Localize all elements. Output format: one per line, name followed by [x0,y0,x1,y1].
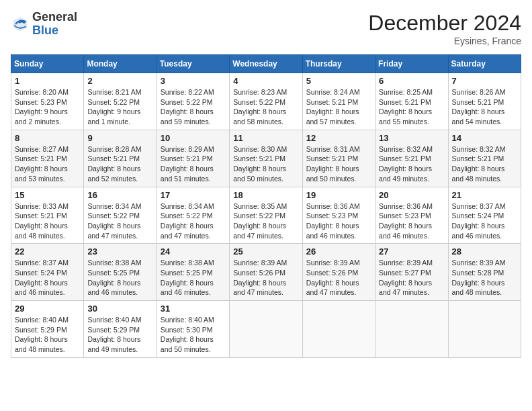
day-detail: Sunrise: 8:38 AMSunset: 5:25 PMDaylight:… [87,258,152,298]
day-detail: Sunrise: 8:30 AMSunset: 5:21 PMDaylight:… [233,144,298,184]
calendar-cell [375,301,448,358]
calendar-cell: 2Sunrise: 8:21 AMSunset: 5:22 PMDaylight… [84,73,157,130]
day-number: 26 [306,246,371,257]
day-detail: Sunrise: 8:22 AMSunset: 5:22 PMDaylight:… [161,87,226,127]
day-number: 20 [379,190,444,200]
day-number: 9 [87,133,152,143]
day-detail: Sunrise: 8:36 AMSunset: 5:23 PMDaylight:… [379,201,444,241]
calendar-cell: 4Sunrise: 8:23 AMSunset: 5:22 PMDaylight… [230,73,302,130]
day-detail: Sunrise: 8:24 AMSunset: 5:21 PMDaylight:… [306,87,371,127]
calendar-header-tuesday: Tuesday [157,55,229,73]
calendar-cell: 28Sunrise: 8:39 AMSunset: 5:28 PMDayligh… [448,244,521,301]
day-detail: Sunrise: 8:37 AMSunset: 5:24 PMDaylight:… [15,258,80,298]
day-detail: Sunrise: 8:21 AMSunset: 5:22 PMDaylight:… [87,87,152,127]
day-detail: Sunrise: 8:31 AMSunset: 5:21 PMDaylight:… [306,144,371,184]
day-detail: Sunrise: 8:40 AMSunset: 5:29 PMDaylight:… [15,315,80,355]
day-number: 10 [161,133,226,143]
calendar-cell: 18Sunrise: 8:35 AMSunset: 5:22 PMDayligh… [230,187,302,244]
day-detail: Sunrise: 8:34 AMSunset: 5:22 PMDaylight:… [161,201,226,241]
day-number: 11 [233,133,298,143]
calendar-cell: 31Sunrise: 8:40 AMSunset: 5:30 PMDayligh… [157,301,229,358]
calendar-cell: 8Sunrise: 8:27 AMSunset: 5:21 PMDaylight… [11,130,84,187]
day-number: 1 [15,76,80,86]
calendar-cell: 14Sunrise: 8:32 AMSunset: 5:21 PMDayligh… [448,130,521,187]
svg-marker-0 [13,17,28,31]
day-detail: Sunrise: 8:38 AMSunset: 5:25 PMDaylight:… [161,258,226,298]
calendar-cell: 12Sunrise: 8:31 AMSunset: 5:21 PMDayligh… [302,130,375,187]
day-number: 15 [15,190,80,200]
calendar-week-row: 15Sunrise: 8:33 AMSunset: 5:21 PMDayligh… [11,187,521,244]
calendar-table: SundayMondayTuesdayWednesdayThursdayFrid… [11,54,521,358]
day-detail: Sunrise: 8:32 AMSunset: 5:21 PMDaylight:… [452,144,517,184]
day-detail: Sunrise: 8:28 AMSunset: 5:21 PMDaylight:… [87,144,152,184]
day-number: 28 [452,246,517,257]
calendar-cell: 3Sunrise: 8:22 AMSunset: 5:22 PMDaylight… [157,73,229,130]
calendar-cell: 1Sunrise: 8:20 AMSunset: 5:23 PMDaylight… [11,73,84,130]
calendar-cell: 11Sunrise: 8:30 AMSunset: 5:21 PMDayligh… [230,130,302,187]
calendar-cell: 10Sunrise: 8:29 AMSunset: 5:21 PMDayligh… [157,130,229,187]
calendar-cell: 5Sunrise: 8:24 AMSunset: 5:21 PMDaylight… [302,73,375,130]
day-detail: Sunrise: 8:39 AMSunset: 5:26 PMDaylight:… [306,258,371,298]
logo-icon [11,15,30,34]
day-detail: Sunrise: 8:36 AMSunset: 5:23 PMDaylight:… [306,201,371,241]
day-detail: Sunrise: 8:40 AMSunset: 5:29 PMDaylight:… [87,315,152,355]
calendar-cell [448,301,521,358]
day-number: 6 [379,76,444,86]
calendar-cell: 26Sunrise: 8:39 AMSunset: 5:26 PMDayligh… [302,244,375,301]
calendar-header-row: SundayMondayTuesdayWednesdayThursdayFrid… [11,55,521,73]
calendar-cell [230,301,302,358]
day-number: 19 [306,190,371,200]
calendar-cell: 13Sunrise: 8:32 AMSunset: 5:21 PMDayligh… [375,130,448,187]
calendar-cell: 15Sunrise: 8:33 AMSunset: 5:21 PMDayligh… [11,187,84,244]
day-number: 23 [87,246,152,257]
calendar-header-monday: Monday [84,55,157,73]
day-number: 21 [452,190,517,200]
day-number: 13 [379,133,444,143]
day-number: 25 [233,246,298,257]
calendar-cell: 20Sunrise: 8:36 AMSunset: 5:23 PMDayligh… [375,187,448,244]
day-detail: Sunrise: 8:32 AMSunset: 5:21 PMDaylight:… [379,144,444,184]
day-detail: Sunrise: 8:25 AMSunset: 5:21 PMDaylight:… [379,87,444,127]
calendar-cell: 24Sunrise: 8:38 AMSunset: 5:25 PMDayligh… [157,244,229,301]
day-number: 29 [15,304,80,314]
day-number: 2 [87,76,152,86]
day-number: 27 [379,246,444,257]
calendar-cell: 19Sunrise: 8:36 AMSunset: 5:23 PMDayligh… [302,187,375,244]
calendar-cell [302,301,375,358]
day-number: 12 [306,133,371,143]
day-detail: Sunrise: 8:27 AMSunset: 5:21 PMDaylight:… [15,144,80,184]
calendar-cell: 9Sunrise: 8:28 AMSunset: 5:21 PMDaylight… [84,130,157,187]
day-number: 7 [452,76,517,86]
day-number: 30 [87,304,152,314]
day-detail: Sunrise: 8:40 AMSunset: 5:30 PMDaylight:… [161,315,226,355]
calendar-header-wednesday: Wednesday [230,55,302,73]
day-detail: Sunrise: 8:23 AMSunset: 5:22 PMDaylight:… [233,87,298,127]
day-number: 22 [15,246,80,257]
day-number: 5 [306,76,371,86]
day-detail: Sunrise: 8:33 AMSunset: 5:21 PMDaylight:… [15,201,80,241]
calendar-cell: 16Sunrise: 8:34 AMSunset: 5:22 PMDayligh… [84,187,157,244]
month-title: December 2024 [368,11,521,36]
day-number: 31 [161,304,226,314]
day-number: 14 [452,133,517,143]
calendar-week-row: 22Sunrise: 8:37 AMSunset: 5:24 PMDayligh… [11,244,521,301]
day-number: 8 [15,133,80,143]
calendar-header-thursday: Thursday [302,55,375,73]
day-number: 3 [161,76,226,86]
calendar-cell: 29Sunrise: 8:40 AMSunset: 5:29 PMDayligh… [11,301,84,358]
calendar-cell: 6Sunrise: 8:25 AMSunset: 5:21 PMDaylight… [375,73,448,130]
day-number: 4 [233,76,298,86]
day-detail: Sunrise: 8:29 AMSunset: 5:21 PMDaylight:… [161,144,226,184]
calendar-header-friday: Friday [375,55,448,73]
logo: General Blue [11,11,77,38]
day-detail: Sunrise: 8:35 AMSunset: 5:22 PMDaylight:… [233,201,298,241]
day-number: 16 [87,190,152,200]
day-detail: Sunrise: 8:26 AMSunset: 5:21 PMDaylight:… [452,87,517,127]
calendar-cell: 17Sunrise: 8:34 AMSunset: 5:22 PMDayligh… [157,187,229,244]
day-detail: Sunrise: 8:39 AMSunset: 5:28 PMDaylight:… [452,258,517,298]
day-number: 24 [161,246,226,257]
calendar-week-row: 8Sunrise: 8:27 AMSunset: 5:21 PMDaylight… [11,130,521,187]
calendar-cell: 22Sunrise: 8:37 AMSunset: 5:24 PMDayligh… [11,244,84,301]
calendar-week-row: 1Sunrise: 8:20 AMSunset: 5:23 PMDaylight… [11,73,521,130]
logo-blue-text: Blue [32,24,58,37]
